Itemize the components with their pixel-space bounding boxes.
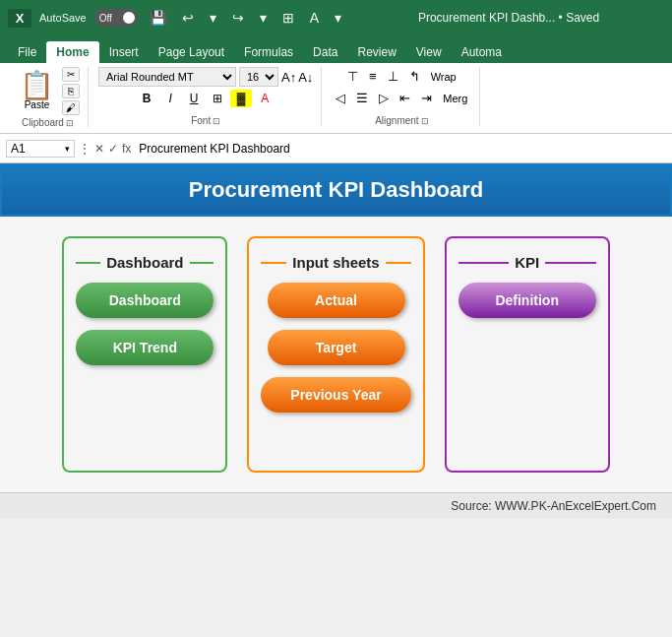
dashboard-main: Dashboard Dashboard KPI Trend Input shee… (0, 217, 672, 492)
source-text: Source: WWW.PK-AnExcelExpert.Com (451, 499, 656, 513)
input-category-label: Input sheets (292, 254, 379, 271)
fill-color-button[interactable]: ▓ (230, 90, 252, 107)
formula-bar-confirm-icon[interactable]: ✓ (108, 142, 118, 156)
cell-ref-dropdown-icon[interactable]: ▾ (65, 144, 70, 154)
redo-dropdown-icon[interactable]: ▾ (256, 8, 271, 28)
formula-bar-cancel-icon[interactable]: ✕ (94, 142, 104, 156)
tab-automate[interactable]: Automa (452, 41, 512, 63)
redo-icon[interactable]: ↪ (228, 8, 248, 28)
kpi-title-line-left (458, 262, 510, 264)
font-group-label: Font ⊡ (191, 113, 220, 126)
undo-icon[interactable]: ↩ (178, 8, 198, 28)
font-size-buttons: A↑ A↓ (281, 70, 313, 85)
format-painter-button[interactable]: 🖌 (62, 100, 80, 115)
tab-data[interactable]: Data (303, 41, 347, 63)
alignment-content: ⊤ ≡ ⊥ ↰ Wrap ◁ ☰ ▷ ⇤ ⇥ Merg (332, 67, 471, 113)
text-direction-button[interactable]: ↰ (405, 67, 424, 86)
font-row-1: Arial Rounded MT 16 A↑ A↓ (98, 67, 313, 87)
kpi-trend-button[interactable]: KPI Trend (76, 330, 214, 365)
autosave-toggle[interactable]: Off (94, 9, 138, 27)
font-expand-icon[interactable]: ⊡ (213, 116, 220, 126)
merge-button[interactable]: Merg (439, 89, 471, 107)
formula-input[interactable] (135, 141, 666, 157)
tab-page-layout[interactable]: Page Layout (149, 41, 234, 63)
wrap-text-button[interactable]: Wrap (427, 67, 460, 86)
dashboard-title: Procurement KPI Dashboard (2, 177, 670, 203)
align-left-button[interactable]: ◁ (332, 89, 349, 107)
alignment-group: ⊤ ≡ ⊥ ↰ Wrap ◁ ☰ ▷ ⇤ ⇥ Merg Alignment ⊡ (324, 67, 480, 126)
toggle-knob (123, 12, 135, 24)
tab-home[interactable]: Home (46, 41, 98, 63)
actual-button[interactable]: Actual (268, 283, 405, 318)
clipboard-group-label: Clipboard ⊡ (22, 115, 74, 128)
dashboard-container: Procurement KPI Dashboard Dashboard Dash… (0, 163, 672, 519)
clipboard-small-buttons: ✂ ⎘ 🖌 (62, 67, 80, 115)
source-footer: Source: WWW.PK-AnExcelExpert.Com (0, 492, 672, 519)
align-center-button[interactable]: ☰ (352, 89, 372, 107)
font-size-select[interactable]: 16 (239, 67, 278, 87)
clipboard-content: 📋 Paste ✂ ⎘ 🖌 (16, 67, 80, 115)
formula-bar-fx-icon[interactable]: fx (122, 142, 131, 156)
previous-year-button[interactable]: Previous Year (261, 377, 410, 413)
autosave-label: AutoSave (39, 12, 87, 24)
input-title-line-right (386, 262, 411, 264)
clipboard-expand-icon[interactable]: ⊡ (66, 118, 74, 128)
input-title-line-left (261, 262, 286, 264)
spreadsheet-wrapper: Procurement KPI Dashboard Dashboard Dash… (0, 163, 672, 519)
align-bottom-button[interactable]: ⊥ (384, 67, 402, 86)
decrease-font-size-button[interactable]: A↓ (298, 70, 313, 85)
font-name-select[interactable]: Arial Rounded MT (98, 67, 236, 87)
ribbon-toolbar: 📋 Paste ✂ ⎘ 🖌 Clipboard ⊡ Arial Rounded … (0, 63, 672, 134)
alignment-group-label: Alignment ⊡ (375, 113, 428, 126)
save-icon[interactable]: 💾 (146, 8, 170, 28)
grid-icon[interactable]: ⊞ (278, 8, 298, 28)
font-content: Arial Rounded MT 16 A↑ A↓ B I U ⊞ ▓ A (98, 67, 313, 113)
definition-button[interactable]: Definition (458, 283, 596, 318)
tab-insert[interactable]: Insert (99, 41, 149, 63)
excel-logo: X (8, 9, 31, 28)
tab-formulas[interactable]: Formulas (234, 41, 303, 63)
dashboard-title-row: Dashboard (76, 254, 214, 271)
increase-font-size-button[interactable]: A↑ (281, 70, 296, 85)
target-button[interactable]: Target (268, 330, 405, 365)
dashboard-title-line-left (76, 262, 100, 264)
dashboard-category-box: Dashboard Dashboard KPI Trend (62, 236, 227, 473)
kpi-category-box: KPI Definition (445, 236, 610, 473)
paste-button[interactable]: 📋 Paste (16, 70, 58, 112)
formula-bar-icons: ⋮ ✕ ✓ fx (79, 142, 131, 156)
bold-button[interactable]: B (136, 90, 157, 107)
align-top-button[interactable]: ⊤ (343, 67, 362, 86)
title-bar: X AutoSave Off 💾 ↩ ▾ ↪ ▾ ⊞ A ▾ Procureme… (0, 0, 672, 35)
dashboard-header: Procurement KPI Dashboard (0, 163, 672, 217)
input-sheets-category-box: Input sheets Actual Target Previous Year (247, 236, 424, 473)
font-row-2: B I U ⊞ ▓ A (136, 90, 275, 107)
decrease-indent-button[interactable]: ⇤ (396, 89, 414, 107)
font-style-buttons: B I U ⊞ ▓ A (136, 90, 275, 107)
align-middle-button[interactable]: ≡ (365, 67, 381, 86)
formula-bar-options-icon[interactable]: ⋮ (79, 142, 91, 156)
cell-reference-box[interactable]: A1 ▾ (6, 140, 75, 158)
increase-indent-button[interactable]: ⇥ (417, 89, 436, 107)
dashboard-category-label: Dashboard (106, 254, 183, 271)
font-color-button[interactable]: A (254, 90, 275, 107)
ribbon-tabs: File Home Insert Page Layout Formulas Da… (0, 35, 672, 63)
copy-button[interactable]: ⎘ (62, 84, 80, 98)
cut-button[interactable]: ✂ (62, 67, 80, 82)
toolbar-dropdown-icon[interactable]: ▾ (331, 8, 345, 28)
undo-dropdown-icon[interactable]: ▾ (206, 8, 220, 28)
align-row-2: ◁ ☰ ▷ ⇤ ⇥ Merg (332, 89, 471, 107)
kpi-title-row: KPI (458, 254, 596, 271)
dashboard-button[interactable]: Dashboard (76, 283, 214, 318)
align-right-button[interactable]: ▷ (375, 89, 393, 107)
alignment-expand-icon[interactable]: ⊡ (421, 116, 429, 126)
italic-button[interactable]: I (159, 90, 181, 107)
underline-button[interactable]: U (183, 90, 205, 107)
formula-bar: A1 ▾ ⋮ ✕ ✓ fx (0, 134, 672, 163)
border-button[interactable]: ⊞ (207, 90, 228, 107)
tab-view[interactable]: View (406, 41, 452, 63)
tab-file[interactable]: File (8, 41, 46, 63)
toggle-off-label: Off (99, 13, 112, 24)
tab-review[interactable]: Review (347, 41, 405, 63)
input-title-row: Input sheets (261, 254, 410, 271)
font-color-icon[interactable]: A (306, 8, 323, 28)
